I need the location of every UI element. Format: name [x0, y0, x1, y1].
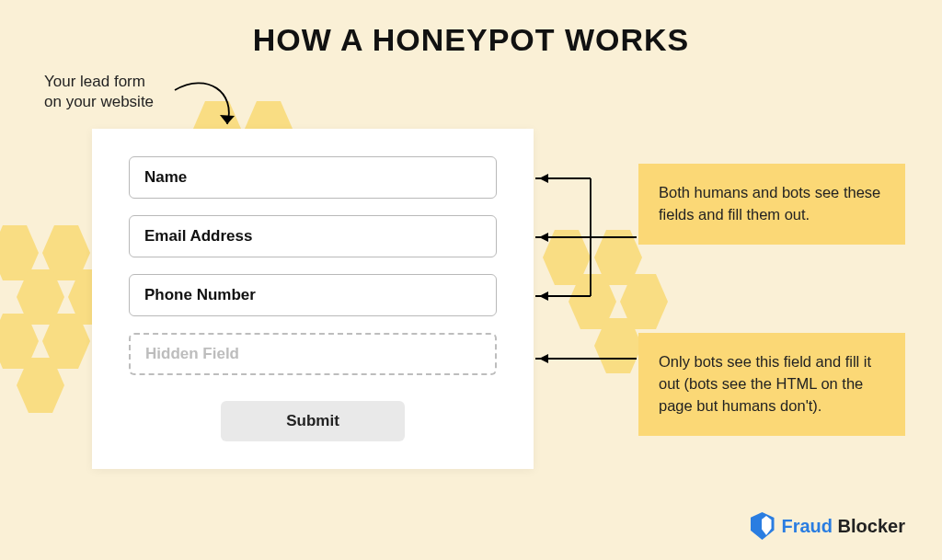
brand-logo: Fraud Blocker: [751, 512, 906, 540]
brand-name: Fraud Blocker: [782, 516, 906, 537]
callout-text: Both humans and bots see these fields an…: [659, 184, 880, 223]
field-label: Phone Number: [144, 286, 256, 304]
field-label: Hidden Field: [145, 345, 239, 363]
phone-field[interactable]: Phone Number: [129, 274, 497, 316]
submit-button[interactable]: Submit: [221, 401, 405, 441]
field-label: Email Address: [144, 227, 252, 246]
hidden-honeypot-field[interactable]: Hidden Field: [129, 333, 497, 375]
field-label: Name: [144, 168, 187, 187]
arrow-bracket-visible-fields: [535, 154, 646, 302]
lead-form-caption: Your lead form on your website: [44, 72, 154, 112]
arrow-caption-to-form: [170, 74, 253, 147]
brand-word-blocker: Blocker: [833, 516, 905, 536]
diagram-title: HOW A HONEYPOT WORKS: [0, 22, 942, 58]
svg-marker-0: [220, 115, 235, 124]
brand-word-fraud: Fraud: [782, 516, 833, 536]
shield-icon: [751, 512, 775, 540]
caption-line: on your website: [44, 93, 154, 110]
lead-form-card: Name Email Address Phone Number Hidden F…: [92, 129, 534, 469]
callout-text: Only bots see this field and fill it out…: [659, 353, 871, 414]
callout-visible-fields: Both humans and bots see these fields an…: [638, 164, 905, 245]
name-field[interactable]: Name: [129, 156, 497, 199]
svg-marker-9: [539, 354, 548, 363]
svg-marker-4: [539, 233, 548, 242]
caption-line: Your lead form: [44, 73, 145, 90]
arrow-hidden-field: [535, 349, 646, 368]
svg-marker-6: [539, 291, 548, 301]
callout-hidden-field: Only bots see this field and fill it out…: [638, 333, 905, 436]
email-field[interactable]: Email Address: [129, 215, 497, 257]
svg-marker-2: [539, 174, 548, 183]
